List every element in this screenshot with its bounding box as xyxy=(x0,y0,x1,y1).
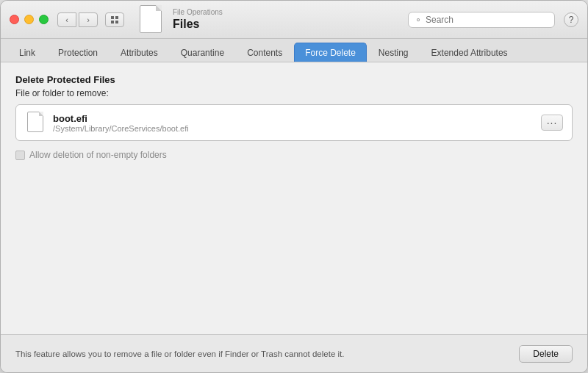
grid-view-button[interactable] xyxy=(105,12,124,27)
delete-button[interactable]: Delete xyxy=(519,345,573,363)
page-title: Files xyxy=(173,17,408,31)
footer-info-text: This feature allows you to remove a file… xyxy=(15,350,504,358)
help-button[interactable]: ? xyxy=(564,12,578,27)
tab-quarantine[interactable]: Quarantine xyxy=(170,43,235,62)
back-button[interactable]: ‹ xyxy=(57,12,76,27)
main-content: Delete Protected Files File or folder to… xyxy=(1,62,587,334)
tab-link[interactable]: Link xyxy=(8,43,46,62)
svg-rect-0 xyxy=(111,16,114,19)
file-info: boot.efi /System/Library/CoreServices/bo… xyxy=(53,113,534,133)
footer: This feature allows you to remove a file… xyxy=(1,334,587,372)
svg-rect-3 xyxy=(115,21,118,23)
file-label: File or folder to remove: xyxy=(15,88,573,98)
tab-contents[interactable]: Contents xyxy=(236,43,293,62)
tab-attributes[interactable]: Attributes xyxy=(110,43,169,62)
title-bar: ‹ › File Operations Files ⚬ ? xyxy=(1,1,587,39)
maximize-button[interactable] xyxy=(39,15,49,24)
checkbox-label: Allow deletion of non-empty folders xyxy=(29,150,167,160)
allow-deletion-checkbox[interactable] xyxy=(15,151,25,160)
svg-rect-1 xyxy=(115,16,118,19)
file-name: boot.efi xyxy=(53,113,534,124)
close-button[interactable] xyxy=(10,15,19,24)
search-icon: ⚬ xyxy=(415,15,422,25)
minimize-button[interactable] xyxy=(24,15,34,24)
tab-extended-attributes[interactable]: Extended Attributes xyxy=(420,43,519,62)
tabs-bar: Link Protection Attributes Quarantine Co… xyxy=(1,39,587,62)
more-options-button[interactable]: ··· xyxy=(541,115,563,131)
content-spacer xyxy=(15,169,573,322)
svg-rect-2 xyxy=(111,21,114,23)
file-path: /System/Library/CoreServices/boot.efi xyxy=(53,124,534,133)
tab-nesting[interactable]: Nesting xyxy=(368,43,420,62)
forward-button[interactable]: › xyxy=(79,12,98,27)
search-input[interactable] xyxy=(426,15,548,25)
traffic-lights xyxy=(10,15,49,24)
tab-force-delete[interactable]: Force Delete xyxy=(294,43,367,62)
nav-buttons: ‹ › xyxy=(57,12,98,27)
checkbox-row: Allow deletion of non-empty folders xyxy=(15,150,573,160)
app-subtitle: File Operations xyxy=(173,8,408,17)
search-box[interactable]: ⚬ xyxy=(408,12,555,28)
main-window: ‹ › File Operations Files ⚬ ? xyxy=(0,0,588,373)
file-entry-box: boot.efi /System/Library/CoreServices/bo… xyxy=(15,104,573,141)
title-text-group: File Operations Files xyxy=(173,8,408,31)
app-icon xyxy=(136,5,165,35)
section-title: Delete Protected Files xyxy=(15,74,573,85)
tab-protection[interactable]: Protection xyxy=(47,43,109,62)
file-icon xyxy=(25,111,46,134)
